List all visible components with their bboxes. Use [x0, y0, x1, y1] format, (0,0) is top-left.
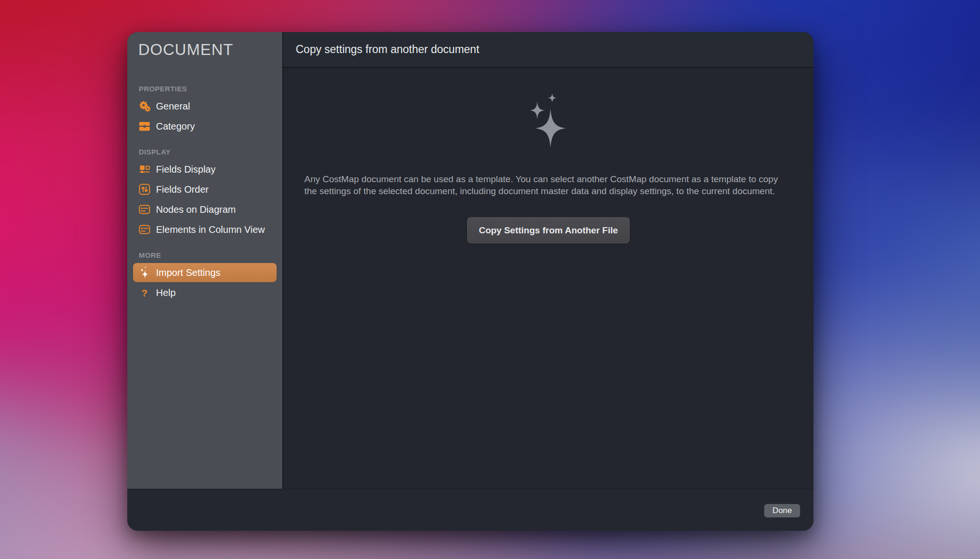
sparkles-icon: [138, 266, 151, 279]
window-footer: Done: [127, 489, 813, 531]
archive-box-icon: [138, 121, 151, 132]
node-card-icon: [138, 204, 151, 215]
section-label-display: DISPLAY: [139, 147, 282, 157]
section-label-more: MORE: [139, 251, 282, 260]
sidebar-title: DOCUMENT: [138, 39, 282, 60]
sidebar-item-label: Category: [156, 121, 195, 132]
sidebar-item-fields-order[interactable]: Fields Order: [133, 180, 277, 199]
node-card-icon: [138, 224, 151, 235]
document-settings-window: DOCUMENT PROPERTIES: [127, 32, 813, 531]
sidebar-item-import-settings[interactable]: Import Settings: [133, 263, 277, 282]
sidebar-item-fields-display[interactable]: Fields Display: [133, 160, 277, 179]
copy-settings-button[interactable]: Copy Settings from Another File: [467, 217, 630, 243]
template-description-text: Any CostMap document can be used as a te…: [304, 174, 792, 197]
sidebar-item-nodes-on-diagram[interactable]: Nodes on Diagram: [133, 200, 277, 219]
sidebar-item-label: Help: [156, 287, 176, 298]
sidebar-item-help[interactable]: ? Help: [133, 283, 277, 302]
sidebar-item-general[interactable]: General: [133, 97, 277, 116]
sidebar-item-label: Fields Display: [156, 164, 215, 175]
sidebar: DOCUMENT PROPERTIES: [127, 32, 283, 489]
content-body: Any CostMap document can be used as a te…: [283, 68, 813, 489]
sidebar-item-label: General: [156, 101, 190, 112]
sidebar-item-category[interactable]: Category: [133, 117, 277, 136]
sidebar-item-label: Elements in Column View: [156, 224, 265, 235]
done-button[interactable]: Done: [764, 504, 800, 517]
sparkles-icon: [526, 93, 571, 149]
display-slider-icon: [138, 164, 151, 175]
sidebar-item-label: Nodes on Diagram: [156, 204, 236, 215]
sidebar-item-elements-in-column-view[interactable]: Elements in Column View: [133, 220, 277, 239]
section-label-properties: PROPERTIES: [139, 84, 282, 94]
page-title: Copy settings from another document: [296, 43, 479, 56]
sidebar-item-label: Import Settings: [156, 267, 221, 278]
content-header: Copy settings from another document: [283, 32, 813, 68]
question-mark-icon: ?: [138, 288, 151, 298]
gears-icon: [138, 100, 151, 112]
sort-arrows-icon: [138, 184, 151, 195]
sidebar-item-label: Fields Order: [156, 184, 209, 195]
window-main: DOCUMENT PROPERTIES: [127, 32, 813, 489]
content-pane: Copy settings from another document Any …: [283, 32, 813, 489]
